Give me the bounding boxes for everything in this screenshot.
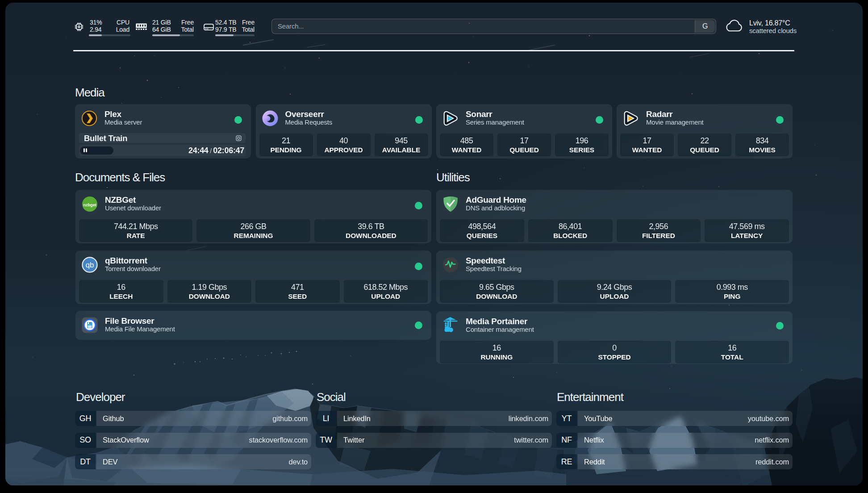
svg-text:qb: qb	[86, 261, 94, 269]
svg-text:nzbget: nzbget	[83, 202, 96, 207]
